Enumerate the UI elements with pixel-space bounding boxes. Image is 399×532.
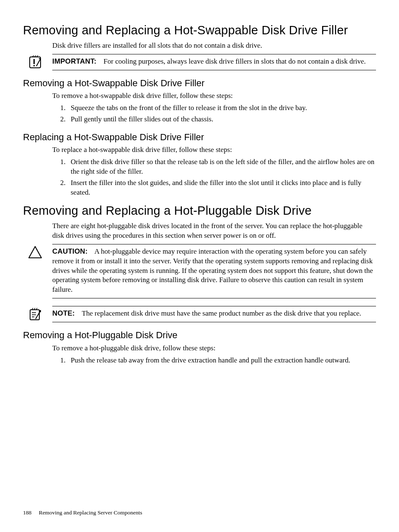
important-icon [28,55,42,69]
important-label: IMPORTANT: [52,57,97,65]
caution-text: A hot-pluggable device may require inter… [52,247,373,294]
heading-removing-drive: Removing a Hot-Pluggable Disk Drive [23,330,376,341]
intro-filler: Disk drive fillers are installed for all… [52,41,376,51]
list-item: Push the release tab away from the drive… [67,356,376,365]
footer-section-title: Removing and Replacing Server Components [39,509,142,516]
list-item: Squeeze the tabs on the front of the fil… [67,103,376,113]
page-number: 188 [23,509,31,516]
list-item: Pull gently until the filler slides out … [67,115,376,124]
note-label: NOTE: [52,309,75,317]
list-item: Orient the disk drive filler so that the… [67,157,376,177]
intro-removing-drive: To remove a hot-pluggable disk drive, fo… [52,344,376,353]
heading-removing-filler: Removing a Hot-Swappable Disk Drive Fill… [23,78,376,89]
note-icon [28,307,42,321]
caution-icon [28,245,42,260]
note-callout: NOTE: The replacement disk drive must ha… [52,306,376,322]
intro-removing-filler: To remove a hot-swappable disk drive fil… [52,91,376,101]
list-item: Insert the filler into the slot guides, … [67,178,376,198]
note-text: The replacement disk drive must have the… [82,309,361,317]
heading-replacing-filler: Replacing a Hot-Swappable Disk Drive Fil… [23,132,376,143]
caution-label: CAUTION: [52,247,88,255]
important-text: For cooling purposes, always leave disk … [104,57,366,65]
heading-remove-replace-filler: Removing and Replacing a Hot-Swappable D… [23,23,376,38]
svg-point-5 [33,65,35,67]
page-footer: 188 Removing and Replacing Server Compon… [23,509,142,516]
page: Removing and Replacing a Hot-Swappable D… [0,0,399,532]
caution-callout: CAUTION: A hot-pluggable device may requ… [52,244,376,299]
important-callout: IMPORTANT: For cooling purposes, always … [52,54,376,70]
intro-replacing-filler: To replace a hot-swappable disk drive fi… [52,145,376,155]
svg-rect-4 [33,59,35,64]
heading-remove-replace-drive: Removing and Replacing a Hot-Pluggable D… [23,203,376,218]
steps-removing-filler: Squeeze the tabs on the front of the fil… [52,103,376,124]
steps-removing-drive: Push the release tab away from the drive… [52,356,376,365]
steps-replacing-filler: Orient the disk drive filler so that the… [52,157,376,198]
intro-drive: There are eight hot-pluggable disk drive… [52,221,376,241]
